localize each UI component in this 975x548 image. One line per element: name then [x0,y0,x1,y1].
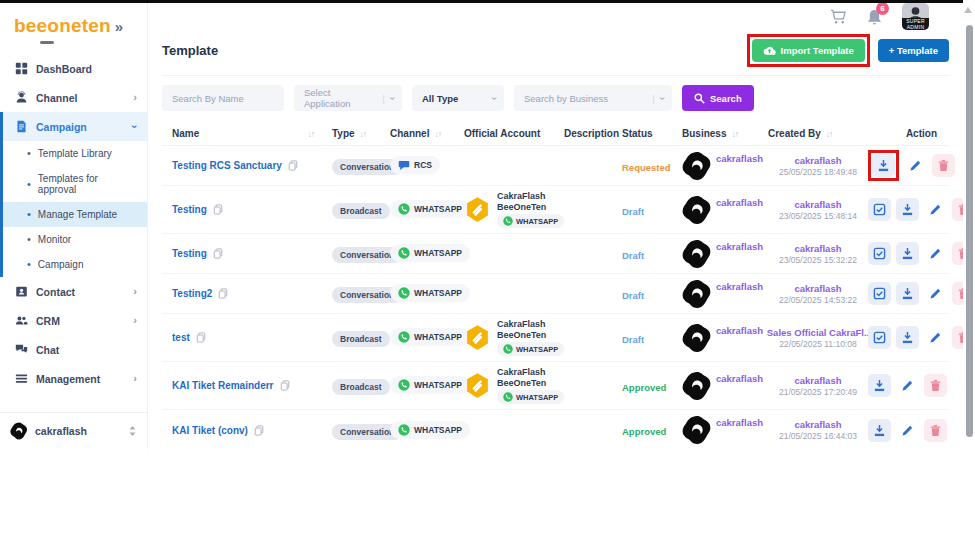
chevron-down-icon: › [489,96,500,99]
sidebar-subitem-templates-for-approval[interactable]: •Templates for approval [3,166,147,202]
sidebar-collapse-icon[interactable]: » [115,18,123,35]
delete-button[interactable] [924,374,947,397]
bullet-icon: • [27,234,31,245]
download-button[interactable] [896,198,919,221]
delete-button[interactable] [932,154,955,177]
sidebar-subitem-template-library[interactable]: •Template Library [3,141,147,166]
cart-icon[interactable] [830,9,847,25]
type-dropdown[interactable]: All Type › [412,85,504,111]
account-switcher-icon[interactable] [128,425,137,437]
channel-badge: WHATSAPP [390,376,470,394]
brand-blob-icon [682,415,712,445]
column-header-status: Status [622,128,682,139]
created-at-timestamp: 22/05/2025 11:10:08 [779,339,856,349]
sort-icon[interactable]: ↓↑ [731,129,738,139]
delete-button[interactable] [952,198,963,221]
official-account-name: BeeOneTen [497,378,564,388]
download-button[interactable] [868,374,891,397]
sidebar-subitem-campaign[interactable]: •Campaign [3,252,147,277]
logo[interactable]: beeoneten » [0,3,147,41]
sidebar-item-chat[interactable]: Chat [0,335,147,364]
copy-icon[interactable] [213,204,223,215]
created-by-name: cakraflash [794,155,841,166]
template-name-link[interactable]: KAI Tiket (conv) [162,425,332,436]
column-label: Official Account [464,128,540,139]
sidebar-item-campaign[interactable]: Campaign› [3,112,147,141]
delete-button[interactable] [952,242,963,265]
edit-button[interactable] [924,198,947,221]
whatsapp-icon [398,287,410,299]
template-name-link[interactable]: KAI Tiket Remainderr [162,380,332,391]
template-name: Testing2 [172,288,212,299]
copy-icon[interactable] [196,332,206,343]
copy-icon[interactable] [280,380,290,391]
sidebar-item-crm[interactable]: CRM› [0,306,147,335]
sidebar-item-channel[interactable]: Channel› [0,83,147,112]
search-by-business-dropdown[interactable]: Search by Business | › [514,85,672,111]
search-by-name-input[interactable] [162,85,284,111]
sort-icon[interactable]: ↓↑ [360,129,367,139]
sidebar-nav: DashBoardChannel›Campaign›•Template Libr… [0,54,147,393]
check-button[interactable] [868,326,891,349]
copy-icon[interactable] [254,425,264,436]
business-cell: cakraflash [682,239,768,269]
check-button[interactable] [868,282,891,305]
edit-button[interactable] [924,242,947,265]
template-name-link[interactable]: Testing [162,204,332,215]
cakraflash-hexagon-icon [464,324,491,351]
template-name-link[interactable]: Testing2 [162,288,332,299]
download-button[interactable] [896,326,919,349]
template-name-link[interactable]: Testing RCS Sanctuary [162,160,332,171]
check-button[interactable] [868,242,891,265]
channel-badge: WHATSAPP [390,284,470,302]
edit-button[interactable] [924,326,947,349]
sidebar-item-label: Chat [36,344,59,356]
sort-icon[interactable]: ↓↑ [308,129,315,139]
copy-icon[interactable] [218,288,228,299]
select-application-dropdown[interactable]: Select Application | › [294,85,402,111]
template-name-link[interactable]: test [162,332,332,343]
download-button[interactable] [896,282,919,305]
sidebar-item-dashboard[interactable]: DashBoard [0,54,147,83]
brand-blob-icon [682,371,712,401]
sidebar-item-management[interactable]: Management› [0,364,147,393]
edit-button[interactable] [896,419,919,442]
template-name-link[interactable]: Testing [162,248,332,259]
avatar[interactable]: SUPER ADMIN [902,3,929,30]
rcs-bubble-icon [398,159,410,171]
sidebar-subitem-manage-template[interactable]: •Manage Template [3,202,147,227]
copy-icon[interactable] [288,160,298,171]
sort-icon[interactable]: ↓↑ [826,129,833,139]
download-button[interactable] [872,154,895,177]
contact-card-icon [15,285,28,298]
download-button[interactable] [868,419,891,442]
created-at-timestamp: 22/05/2025 14:53:22 [779,295,857,305]
delete-button[interactable] [952,326,963,349]
download-button[interactable] [896,242,919,265]
delete-button[interactable] [952,282,963,305]
scrollbar-up-arrow[interactable] [964,7,972,13]
template-name: Testing [172,248,207,259]
business-cell: cakraflash [682,151,768,181]
delete-button[interactable] [924,419,947,442]
check-button[interactable] [868,198,891,221]
brand-blob-icon [682,151,712,181]
edit-button[interactable] [904,154,927,177]
sidebar-footer-account[interactable]: cakraflash [0,412,147,449]
sort-icon[interactable]: ↓↑ [434,129,441,139]
import-template-button[interactable]: Import Template [752,39,865,62]
logo-text: beeoneten [14,15,111,37]
sidebar-subitem-monitor[interactable]: •Monitor [3,227,147,252]
sidebar-item-contact[interactable]: Contact› [0,277,147,306]
edit-button[interactable] [896,374,919,397]
edit-button[interactable] [924,282,947,305]
scrollbar-thumb[interactable] [966,25,973,437]
users-icon [15,314,28,327]
row-actions [868,198,963,221]
add-template-button[interactable]: + Template [878,39,949,62]
copy-icon[interactable] [213,248,223,259]
search-button[interactable]: Search [682,85,754,111]
column-label: Channel [390,128,429,139]
sidebar-item-label: Contact [36,286,75,298]
notifications-button[interactable]: 6 [867,9,882,25]
